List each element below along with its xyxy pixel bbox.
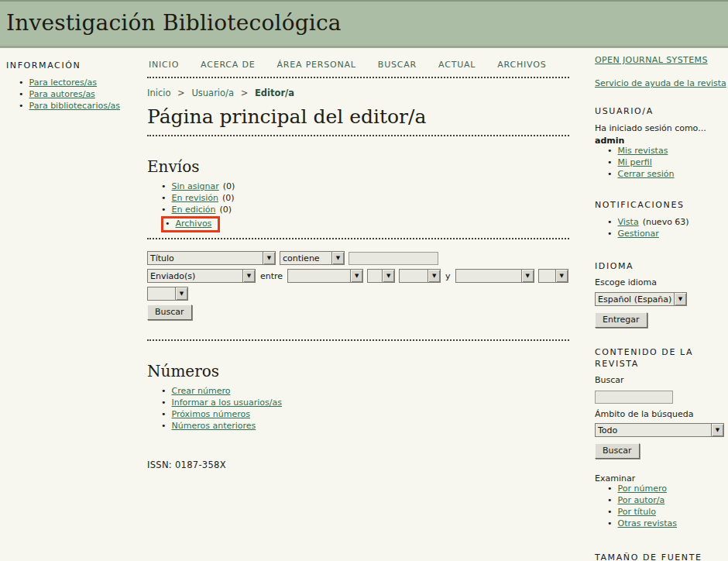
link-other-journals[interactable]: Otras revistas xyxy=(618,518,678,528)
page-title: Página principal del editor/a xyxy=(147,105,569,128)
list-item: Números anteriores xyxy=(161,421,569,432)
search-term-input[interactable] xyxy=(349,252,438,265)
issn-text: ISSN: 0187-358X xyxy=(147,459,569,470)
ojs-link[interactable]: OPEN JOURNAL SYSTEMS xyxy=(595,55,728,65)
nav-item-user-area[interactable]: ÁREA PERSONAL xyxy=(277,60,356,70)
main-content: INICIO ACERCA DE ÁREA PERSONAL BUSCAR AC… xyxy=(147,48,569,470)
list-item: Próximos números xyxy=(161,409,569,420)
login-status-text: Ha iniciado sesión como... xyxy=(595,123,728,134)
breadcrumb-user[interactable]: Usuario/a xyxy=(191,88,234,98)
search-scope-label: Ámbito de la búsqueda xyxy=(595,409,728,419)
list-item: Por título xyxy=(607,507,728,518)
link-logout[interactable]: Cerrar sesión xyxy=(618,169,675,179)
date-to-month-select[interactable]: ▼ xyxy=(455,269,534,283)
dropdown-arrow-icon: ▼ xyxy=(350,270,362,282)
browse-heading: Examinar xyxy=(595,473,728,484)
highlight-box: Archivos xyxy=(161,216,220,232)
dropdown-arrow-icon: ▼ xyxy=(242,270,255,282)
list-item: Cerrar sesión xyxy=(607,169,728,180)
date-from-day-select[interactable]: ▼ xyxy=(367,269,395,283)
user-links: Mis revistas Mi perfil Cerrar sesión xyxy=(595,146,728,180)
list-item: Mi perfil xyxy=(607,157,728,168)
dropdown-arrow-icon: ▼ xyxy=(331,252,344,264)
content-search-input[interactable] xyxy=(595,391,673,404)
link-create-issue[interactable]: Crear número xyxy=(172,386,231,396)
search-row-3: ▼ xyxy=(147,287,569,301)
between-label: entre xyxy=(260,271,283,281)
match-select[interactable]: contiene▼ xyxy=(280,251,345,265)
list-item: Por número xyxy=(607,484,728,494)
journal-title: Investigación Bibliotecológica xyxy=(0,2,728,36)
page: Investigación Bibliotecológica INFORMACI… xyxy=(0,0,728,561)
list-item: Sin asignar(0) xyxy=(161,181,569,192)
list-item: Crear número xyxy=(161,386,569,397)
journal-help-link[interactable]: Servicio de ayuda de la revista xyxy=(595,78,728,88)
date-field-select[interactable]: Enviado(s)▼ xyxy=(147,269,256,283)
breadcrumb-separator: > xyxy=(241,88,249,98)
dropdown-arrow-icon: ▼ xyxy=(175,287,187,300)
information-links: Para lectores/as Para autores/as Para bi… xyxy=(6,77,142,112)
link-for-authors[interactable]: Para autores/as xyxy=(29,89,95,99)
link-for-readers[interactable]: Para lectores/as xyxy=(29,77,98,88)
language-select[interactable]: Español (España)▼ xyxy=(595,292,687,306)
link-archives[interactable]: Archivos xyxy=(176,219,212,229)
search-row-4: Buscar xyxy=(147,305,569,320)
link-unassigned[interactable]: Sin asignar xyxy=(172,181,219,191)
link-by-issue[interactable]: Por número xyxy=(618,484,667,494)
nav-item-search[interactable]: BUSCAR xyxy=(378,60,417,70)
link-by-title[interactable]: Por título xyxy=(618,507,656,517)
link-view-notifications[interactable]: Vista xyxy=(618,217,639,227)
list-item: En revisión(0) xyxy=(161,193,569,204)
nav-item-archives[interactable]: ARCHIVOS xyxy=(497,60,546,70)
date-from-year-select[interactable]: ▼ xyxy=(399,269,441,283)
link-my-profile[interactable]: Mi perfil xyxy=(618,157,652,167)
search-scope-select[interactable]: Todo▼ xyxy=(595,423,724,437)
link-my-journals[interactable]: Mis revistas xyxy=(618,146,668,156)
nav-item-home[interactable]: INICIO xyxy=(149,60,179,70)
nav-item-about[interactable]: ACERCA DE xyxy=(201,60,255,70)
list-item: Para autores/as xyxy=(19,89,142,100)
content-search-button[interactable]: Buscar xyxy=(595,443,640,459)
notifications-list: Vista(nuevo 63) Gestionar xyxy=(595,217,728,239)
top-navigation: INICIO ACERCA DE ÁREA PERSONAL BUSCAR AC… xyxy=(149,60,569,70)
list-item: Para lectores/as xyxy=(19,77,142,88)
link-future-issues[interactable]: Próximos números xyxy=(172,409,251,419)
list-item: Gestionar xyxy=(607,229,728,239)
breadcrumb-home[interactable]: Inicio xyxy=(147,88,170,98)
list-item: Para bibliotecarios/as xyxy=(19,101,142,112)
information-heading: INFORMACIÓN xyxy=(6,60,142,71)
language-submit-button[interactable]: Entregar xyxy=(595,312,647,328)
in-review-count: (0) xyxy=(222,193,235,203)
submissions-list: Sin asignar(0) En revisión(0) En edición… xyxy=(147,181,569,232)
search-field-select[interactable]: Título▼ xyxy=(147,251,276,265)
left-sidebar: INFORMACIÓN Para lectores/as Para autore… xyxy=(6,48,142,112)
date-from-month-select[interactable]: ▼ xyxy=(287,269,363,283)
nav-item-current[interactable]: ACTUAL xyxy=(438,60,476,70)
link-back-issues[interactable]: Números anteriores xyxy=(172,421,256,431)
link-manage-notifications[interactable]: Gestionar xyxy=(618,229,659,239)
date-to-day-select[interactable]: ▼ xyxy=(538,269,568,283)
link-by-author[interactable]: Por autor/a xyxy=(618,495,665,505)
list-item: En edición(0) xyxy=(161,205,569,215)
dropdown-arrow-icon: ▼ xyxy=(711,424,723,436)
link-notify-users[interactable]: Informar a los usuarios/as xyxy=(172,398,283,408)
issues-heading: Números xyxy=(147,362,569,380)
breadcrumb-current: Editor/a xyxy=(255,88,294,98)
unassigned-count: (0) xyxy=(223,181,235,191)
user-heading: USUARIO/A xyxy=(595,106,728,116)
journal-header: Investigación Bibliotecológica xyxy=(0,0,728,48)
link-for-librarians[interactable]: Para bibliotecarios/as xyxy=(29,101,121,111)
date-to-year-select[interactable]: ▼ xyxy=(147,287,188,301)
link-in-editing[interactable]: En edición xyxy=(172,205,216,215)
issues-list: Crear número Informar a los usuarios/as … xyxy=(147,386,569,432)
search-row-2: Enviado(s)▼ entre ▼ ▼ ▼ y ▼ ▼ xyxy=(147,269,569,283)
submissions-heading: Envíos xyxy=(147,157,569,176)
breadcrumb-separator: > xyxy=(177,88,185,98)
link-in-review[interactable]: En revisión xyxy=(172,193,219,203)
list-item: Informar a los usuarios/as xyxy=(161,398,569,408)
dropdown-arrow-icon: ▼ xyxy=(382,270,394,282)
search-submit-button[interactable]: Buscar xyxy=(147,305,192,320)
in-editing-count: (0) xyxy=(220,205,232,215)
dropdown-arrow-icon: ▼ xyxy=(674,293,686,305)
notifications-heading: NOTIFICACIONES xyxy=(595,200,728,210)
